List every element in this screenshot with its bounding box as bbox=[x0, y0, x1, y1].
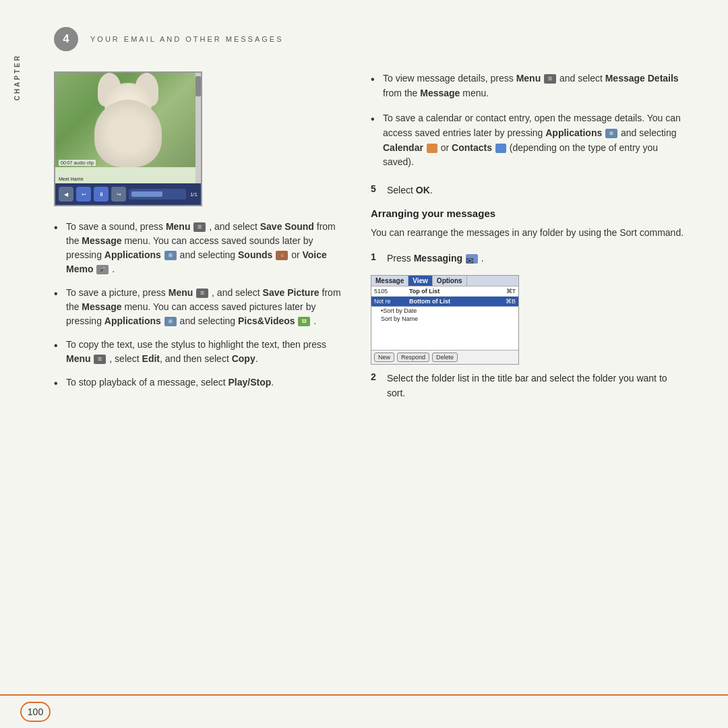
shortcut-top: ⌘T bbox=[506, 288, 516, 295]
play-stop-bold: Play/Stop bbox=[228, 377, 271, 388]
step-2-content: Select the folder list in the title bar … bbox=[387, 371, 688, 400]
content-area: 00:07 audio clip Meet Harrie ◀ ↩ ⏸ ↪ 1/1… bbox=[54, 71, 688, 411]
menu-icon-1: ☰ bbox=[193, 222, 206, 232]
sender-1: 5105 bbox=[374, 288, 409, 295]
forward-icon: ↪ bbox=[111, 187, 126, 202]
applications-bold-2: Applications bbox=[104, 315, 161, 326]
message-row-2: Not re Bottom of List ⌘B bbox=[371, 297, 518, 307]
dog-image-area bbox=[55, 73, 201, 167]
rewind-icon: ↩ bbox=[76, 187, 91, 202]
page-header: 4 YOUR EMAIL AND OTHER MESSAGES bbox=[54, 27, 688, 51]
message-list-area: 5105 Top of List ⌘T Not re Bottom of Lis… bbox=[371, 286, 518, 350]
list-item: To view message details, press Menu ☰ an… bbox=[371, 71, 688, 100]
back-icon: ◀ bbox=[59, 187, 73, 202]
chapter-sidebar-label: CHAPTER bbox=[13, 54, 21, 100]
message-bold-1: Message bbox=[82, 235, 121, 246]
audio-clip-label: 00:07 audio clip bbox=[59, 160, 96, 166]
save-picture-bold: Save Picture bbox=[263, 287, 320, 298]
step-2-number: 2 bbox=[371, 371, 382, 382]
pics-icon: 🖼 bbox=[298, 317, 310, 326]
apps-icon-1: ⊞ bbox=[164, 251, 177, 260]
message-row-1: 5105 Top of List ⌘T bbox=[371, 286, 518, 297]
messaging-icon: ✉ bbox=[466, 254, 478, 264]
right-column: To view message details, press Menu ☰ an… bbox=[371, 71, 688, 411]
calendar-bold: Calendar bbox=[383, 142, 423, 153]
messaging-screenshot: Message View Options 5105 Top of List ⌘T… bbox=[371, 275, 519, 365]
step-5: 5 Select OK. bbox=[371, 183, 688, 198]
screen-bottom-bar: ◀ ↩ ⏸ ↪ 1/1 bbox=[55, 183, 201, 205]
left-column: 00:07 audio clip Meet Harrie ◀ ↩ ⏸ ↪ 1/1… bbox=[54, 71, 344, 411]
device-screenshot: 00:07 audio clip Meet Harrie ◀ ↩ ⏸ ↪ 1/1 bbox=[54, 71, 202, 206]
delete-button[interactable]: Delete bbox=[432, 353, 458, 362]
list-item: To stop playback of a message, select Pl… bbox=[54, 375, 344, 390]
contacts-icon bbox=[495, 144, 506, 153]
menu-bold-2: Menu bbox=[169, 287, 193, 298]
messaging-bold: Messaging bbox=[414, 253, 462, 264]
shortcut-bottom: ⌘B bbox=[506, 298, 516, 305]
action-top-of-list: Top of List bbox=[409, 288, 504, 295]
dog-fur bbox=[94, 100, 162, 167]
sender-2: Not re bbox=[374, 298, 409, 305]
menu-item-options: Options bbox=[433, 276, 467, 286]
copy-bold: Copy bbox=[232, 353, 255, 364]
applications-bold-r: Applications bbox=[545, 127, 602, 138]
step-1-number: 1 bbox=[371, 251, 382, 262]
menu-icon-r1: ☰ bbox=[544, 74, 556, 84]
progress-bar-container bbox=[129, 189, 186, 200]
list-item: To save a picture, press Menu ☰ , and se… bbox=[54, 286, 344, 328]
section-body: You can rearrange the messages in any fo… bbox=[371, 226, 688, 241]
ok-bold: OK bbox=[416, 185, 430, 195]
menu-item-view: View bbox=[408, 276, 433, 286]
apps-icon-r: ⊞ bbox=[605, 129, 617, 138]
page-footer: 100 bbox=[0, 694, 728, 728]
sounds-icon: ♫ bbox=[276, 251, 288, 260]
step-2: 2 Select the folder list in the title ba… bbox=[371, 371, 688, 400]
page: CHAPTER 4 YOUR EMAIL AND OTHER MESSAGES bbox=[0, 0, 728, 728]
respond-button[interactable]: Respond bbox=[397, 353, 429, 362]
contacts-bold: Contacts bbox=[452, 142, 492, 153]
pause-icon: ⏸ bbox=[94, 187, 109, 202]
voice-icon: 🎤 bbox=[96, 265, 109, 274]
action-bottom-of-list: Bottom of List bbox=[409, 298, 503, 305]
menu-bold-r1: Menu bbox=[516, 73, 541, 84]
right-bullet-list: To view message details, press Menu ☰ an… bbox=[371, 71, 688, 170]
step-1: 1 Press Messaging ✉ . bbox=[371, 251, 688, 266]
page-number: 100 bbox=[20, 702, 51, 722]
section-heading: Arranging your messages bbox=[371, 208, 688, 219]
menu-icon-2: ☰ bbox=[196, 289, 208, 298]
calendar-icon bbox=[427, 144, 437, 153]
menu-bold-1: Menu bbox=[166, 221, 191, 232]
step-1-content: Press Messaging ✉ . bbox=[387, 251, 688, 266]
message-details-bold: Message Details bbox=[605, 73, 679, 84]
list-item: To save a calendar or contact entry, ope… bbox=[371, 111, 688, 170]
applications-bold-1: Applications bbox=[104, 249, 161, 260]
left-bullet-list: To save a sound, press Menu ☰ , and sele… bbox=[54, 220, 344, 390]
menu-item-message: Message bbox=[371, 276, 408, 286]
sort-by-date: •Sort by Date bbox=[371, 307, 518, 315]
step-5-number: 5 bbox=[371, 183, 382, 194]
pics-videos-bold: Pics&Videos bbox=[238, 315, 295, 326]
message-bold-r1: Message bbox=[420, 88, 460, 98]
apps-icon-2: ⊞ bbox=[164, 317, 177, 326]
progress-bar bbox=[131, 191, 162, 197]
messaging-bottom-bar: New Respond Delete bbox=[371, 350, 518, 364]
new-button[interactable]: New bbox=[374, 353, 394, 362]
sort-by-name: Sort by Name bbox=[371, 315, 518, 323]
menu-icon-3: ☰ bbox=[94, 355, 106, 364]
meet-label: Meet Harrie bbox=[59, 177, 84, 181]
list-item: To copy the text, use the stylus to high… bbox=[54, 338, 344, 366]
message-bold-2: Message bbox=[82, 301, 121, 312]
step-5-content: Select OK. bbox=[387, 183, 688, 198]
list-spacer bbox=[371, 323, 518, 350]
save-sound-bold: Save Sound bbox=[260, 221, 314, 232]
list-item: To save a sound, press Menu ☰ , and sele… bbox=[54, 220, 344, 276]
chapter-number: 4 bbox=[54, 27, 78, 51]
messaging-menu-bar: Message View Options bbox=[371, 276, 518, 286]
scroll-indicator bbox=[195, 73, 201, 183]
scroll-thumb bbox=[195, 76, 201, 96]
progress-label: 1/1 bbox=[190, 191, 198, 198]
sounds-bold: Sounds bbox=[238, 249, 272, 260]
header-title: YOUR EMAIL AND OTHER MESSAGES bbox=[90, 35, 283, 43]
edit-bold: Edit bbox=[142, 353, 160, 364]
menu-bold-3: Menu bbox=[66, 353, 91, 364]
